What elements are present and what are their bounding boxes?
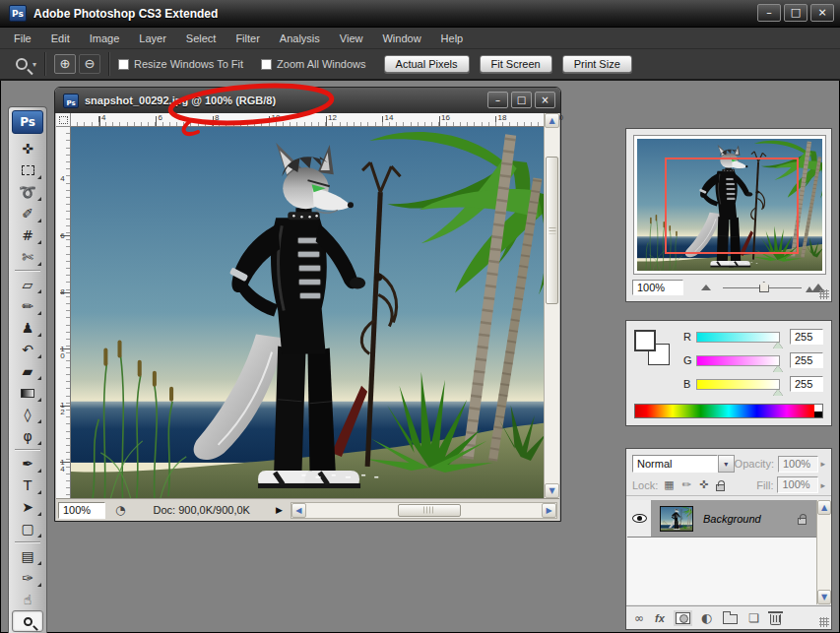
- pen-tool[interactable]: ✒: [12, 453, 43, 475]
- zoom-out-mountain-icon[interactable]: [701, 285, 711, 290]
- blue-value-field[interactable]: 255: [790, 376, 823, 392]
- vertical-scrollbar[interactable]: ▲ ▼: [544, 113, 559, 498]
- maximize-button[interactable]: □: [784, 4, 808, 22]
- menu-item-analysis[interactable]: Analysis: [270, 30, 330, 47]
- marquee-tool[interactable]: [12, 159, 43, 181]
- doc-minimize-button[interactable]: –: [487, 92, 508, 108]
- document-titlebar[interactable]: Ps snapshot_00292.jpg @ 100% (RGB/8) – □…: [55, 88, 560, 113]
- green-value-field[interactable]: 255: [790, 352, 823, 368]
- color-spectrum-ramp[interactable]: [634, 404, 823, 418]
- eyedropper-tool[interactable]: ✑: [12, 567, 43, 589]
- tool-preset-picker[interactable]: ▾: [16, 58, 36, 70]
- ruler-origin-box[interactable]: [56, 113, 71, 127]
- menu-item-file[interactable]: File: [4, 30, 41, 47]
- lock-position-icon[interactable]: ✜: [699, 478, 708, 491]
- menu-item-select[interactable]: Select: [176, 30, 226, 47]
- blend-mode-dropdown-icon[interactable]: ▾: [718, 455, 735, 473]
- vertical-scroll-thumb[interactable]: [546, 157, 558, 304]
- scroll-down-button[interactable]: ▼: [545, 483, 559, 498]
- lock-transparency-icon[interactable]: ▦: [664, 478, 674, 491]
- print-size-button[interactable]: Print Size: [562, 55, 632, 73]
- eraser-tool[interactable]: ▰: [12, 360, 43, 382]
- scroll-right-button[interactable]: ▶: [542, 503, 556, 518]
- navigator-zoom-slider[interactable]: [723, 281, 802, 294]
- checkbox-icon[interactable]: [118, 59, 129, 70]
- checkbox-icon[interactable]: [261, 59, 272, 70]
- layer-thumbnail[interactable]: [660, 506, 693, 532]
- actual-pixels-button[interactable]: Actual Pixels: [384, 55, 470, 73]
- type-tool[interactable]: T: [12, 475, 43, 496]
- slice-tool[interactable]: ✄: [12, 246, 43, 268]
- lock-image-icon[interactable]: ✏: [682, 478, 691, 491]
- history-brush-tool[interactable]: ↶: [12, 339, 43, 360]
- scroll-up-button[interactable]: ▲: [545, 113, 559, 128]
- lasso-tool[interactable]: ➰: [12, 181, 43, 203]
- blur-tool[interactable]: ◊: [12, 404, 43, 425]
- green-channel-slider[interactable]: [696, 355, 780, 366]
- status-flyout-arrow[interactable]: ▶: [276, 505, 283, 515]
- scroll-up-button[interactable]: ▲: [817, 500, 831, 515]
- menu-item-layer[interactable]: Layer: [129, 30, 176, 47]
- scroll-down-button[interactable]: ▼: [817, 590, 831, 604]
- resize-windows-checkbox[interactable]: Resize Windows To Fit: [118, 58, 243, 70]
- doc-close-button[interactable]: ×: [535, 92, 555, 108]
- green-slider-thumb[interactable]: [773, 365, 783, 372]
- blue-channel-slider[interactable]: [696, 379, 780, 390]
- red-slider-thumb[interactable]: [773, 342, 783, 348]
- fill-field[interactable]: 100%: [777, 476, 818, 493]
- path-selection-tool[interactable]: ➤: [12, 496, 43, 518]
- opacity-chevron-icon[interactable]: ▸: [820, 459, 825, 469]
- zoom-all-windows-checkbox[interactable]: Zoom All Windows: [261, 58, 365, 70]
- doc-maximize-button[interactable]: □: [511, 92, 532, 108]
- slider-thumb[interactable]: [759, 282, 769, 292]
- red-channel-slider[interactable]: [696, 332, 780, 343]
- foreground-color-swatch[interactable]: [634, 330, 656, 351]
- lock-all-icon[interactable]: [716, 484, 725, 491]
- visibility-toggle[interactable]: [627, 500, 652, 537]
- layers-scrollbar[interactable]: ▲ ▼: [816, 500, 831, 604]
- new-layer-icon[interactable]: ❏: [748, 611, 759, 625]
- zoom-in-mode-button[interactable]: ⊕: [54, 54, 76, 74]
- horizontal-scroll-thumb[interactable]: [398, 504, 461, 517]
- chevron-down-icon[interactable]: ▾: [32, 60, 36, 69]
- blend-mode-select[interactable]: Normal: [632, 455, 718, 473]
- menu-item-image[interactable]: Image: [80, 30, 130, 47]
- close-button[interactable]: ×: [810, 4, 834, 22]
- menu-item-view[interactable]: View: [330, 30, 373, 47]
- horizontal-scrollbar[interactable]: ◀ ▶: [291, 502, 557, 519]
- blue-slider-thumb[interactable]: [773, 389, 783, 396]
- image-canvas[interactable]: [71, 127, 544, 498]
- add-layer-mask-icon[interactable]: [676, 612, 690, 624]
- clone-stamp-tool[interactable]: ♟: [12, 317, 43, 339]
- healing-brush-tool[interactable]: ▱: [12, 274, 43, 295]
- minimize-button[interactable]: –: [757, 4, 781, 22]
- ramp-black-white-swatches[interactable]: [814, 405, 822, 417]
- opacity-field[interactable]: 100%: [778, 456, 819, 473]
- menu-item-filter[interactable]: Filter: [226, 30, 269, 47]
- shape-tool[interactable]: ▢: [12, 518, 43, 539]
- notes-tool[interactable]: ▤: [12, 545, 43, 567]
- fit-screen-button[interactable]: Fit Screen: [480, 55, 552, 73]
- navigator-thumbnail[interactable]: [633, 135, 826, 275]
- menu-item-help[interactable]: Help: [431, 30, 474, 47]
- crop-tool[interactable]: #: [12, 224, 43, 246]
- quick-selection-tool[interactable]: ✐: [12, 203, 43, 224]
- red-value-field[interactable]: 255: [790, 329, 823, 345]
- move-tool[interactable]: ✜: [12, 138, 43, 159]
- navigator-zoom-field[interactable]: 100%: [632, 280, 683, 295]
- menu-item-edit[interactable]: Edit: [41, 30, 80, 47]
- panel-resize-grip[interactable]: [819, 617, 829, 627]
- gradient-tool[interactable]: [12, 382, 43, 404]
- scroll-left-button[interactable]: ◀: [291, 503, 306, 518]
- status-zoom-field[interactable]: 100%: [58, 502, 105, 519]
- layer-style-fx-icon[interactable]: fx: [655, 612, 665, 624]
- zoom-tool[interactable]: [12, 610, 43, 632]
- fill-chevron-icon[interactable]: ▸: [820, 480, 825, 490]
- layer-row-background[interactable]: Background: [627, 500, 816, 538]
- link-layers-icon[interactable]: ∞: [634, 611, 644, 625]
- panel-resize-grip[interactable]: [819, 289, 829, 299]
- layer-name[interactable]: Background: [703, 513, 798, 525]
- delete-layer-icon[interactable]: [770, 614, 781, 625]
- brush-tool[interactable]: ✏: [12, 295, 43, 317]
- new-group-icon[interactable]: [723, 614, 738, 624]
